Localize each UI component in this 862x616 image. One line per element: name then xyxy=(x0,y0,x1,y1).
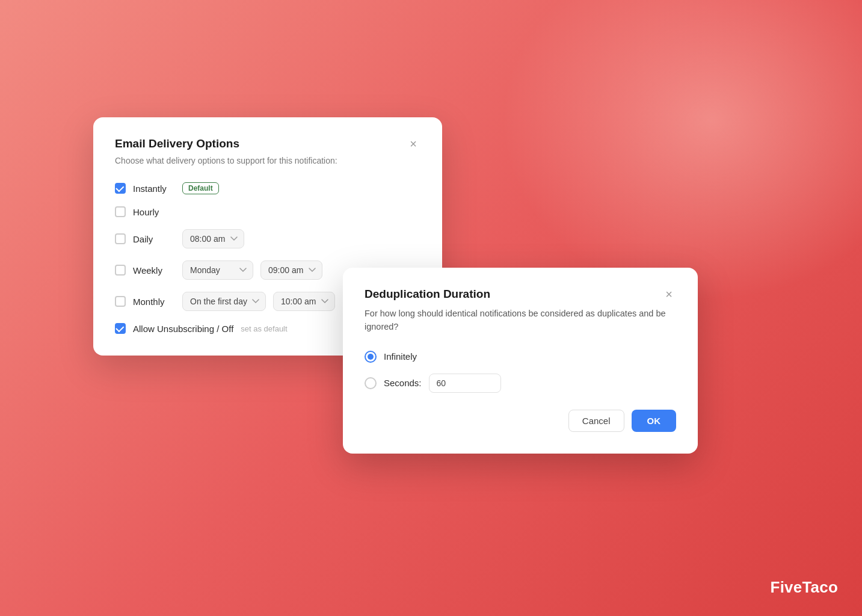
monthly-label: Monthly xyxy=(133,297,175,307)
weekly-time-select[interactable]: 09:00 am 10:00 am 12:00 pm xyxy=(260,260,322,280)
monthly-time-select[interactable]: 10:00 am 09:00 am 12:00 pm xyxy=(273,292,335,311)
dedup-duration-modal: Deduplication Duration × For how long sh… xyxy=(343,268,698,454)
set-as-default-link[interactable]: set as default xyxy=(241,324,287,333)
dedup-modal-close-button[interactable]: × xyxy=(662,287,676,301)
instantly-label: Instantly xyxy=(133,183,175,194)
weekly-label: Weekly xyxy=(133,265,175,276)
cancel-button[interactable]: Cancel xyxy=(568,410,624,432)
hourly-checkbox[interactable] xyxy=(115,206,126,217)
monthly-checkbox[interactable] xyxy=(115,296,126,307)
option-row-hourly: Hourly xyxy=(115,206,420,217)
email-modal-close-button[interactable]: × xyxy=(406,137,420,151)
option-row-daily: Daily 08:00 am 09:00 am 10:00 am 12:00 p… xyxy=(115,229,420,248)
infinitely-label: Infinitely xyxy=(384,351,417,362)
monthly-day-select[interactable]: On the first day On the last day On the … xyxy=(182,292,266,311)
seconds-input[interactable] xyxy=(429,374,501,393)
email-modal-subtitle: Choose what delivery options to support … xyxy=(115,156,420,165)
weekly-checkbox[interactable] xyxy=(115,265,126,276)
daily-label: Daily xyxy=(133,234,175,244)
dedup-actions: Cancel OK xyxy=(365,410,676,432)
daily-checkbox[interactable] xyxy=(115,233,126,244)
weekly-day-select[interactable]: Monday Tuesday Wednesday Thursday Friday xyxy=(182,260,253,280)
email-modal-header: Email Delivery Options × xyxy=(115,137,420,151)
seconds-label: Seconds: xyxy=(384,378,422,388)
seconds-radio[interactable] xyxy=(365,377,377,389)
radio-option-infinitely: Infinitely xyxy=(365,351,676,363)
dedup-modal-header: Deduplication Duration × xyxy=(365,287,676,301)
option-row-instantly: Instantly Default xyxy=(115,182,420,194)
ok-button[interactable]: OK xyxy=(632,410,677,432)
email-modal-title: Email Delivery Options xyxy=(115,137,239,150)
infinitely-radio[interactable] xyxy=(365,351,377,363)
daily-time-select[interactable]: 08:00 am 09:00 am 10:00 am 12:00 pm xyxy=(182,229,244,248)
allow-unsubscribing-label: Allow Unsubscribing / Off xyxy=(133,324,233,334)
default-badge: Default xyxy=(182,182,219,194)
radio-option-seconds: Seconds: xyxy=(365,374,676,393)
instantly-checkbox[interactable] xyxy=(115,183,126,194)
dedup-description: For how long should identical notificati… xyxy=(365,307,676,334)
hourly-label: Hourly xyxy=(133,207,175,217)
fivetaco-branding: FiveTaco xyxy=(771,578,838,597)
allow-unsubscribing-checkbox[interactable] xyxy=(115,323,126,334)
dedup-modal-title: Deduplication Duration xyxy=(365,288,490,301)
